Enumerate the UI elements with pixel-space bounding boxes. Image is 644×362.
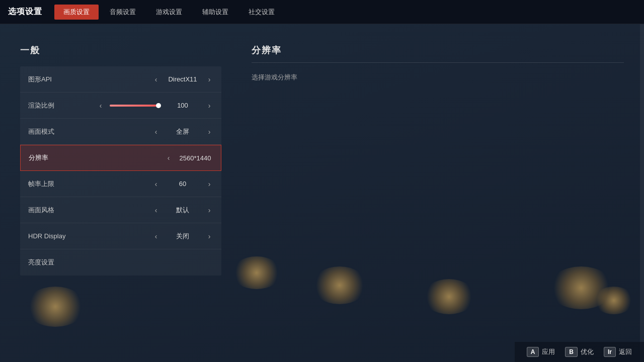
arrow-right-hdr[interactable]: ›	[205, 232, 213, 240]
right-section-title: 分辨率	[252, 44, 624, 63]
value-group-display-style: ‹ 默认 ›	[152, 206, 213, 215]
value-hdr: 关闭	[165, 232, 200, 241]
label-apply: 应用	[542, 347, 555, 356]
tab-graphics[interactable]: 画质设置	[54, 5, 99, 20]
topbar: 选项设置 画质设置 音频设置 游戏设置 辅助设置 社交设置	[0, 0, 644, 24]
value-resolution: 2560*1440	[178, 154, 213, 162]
tab-social[interactable]: 社交设置	[239, 5, 284, 20]
label-brightness: 亮度设置	[28, 258, 68, 267]
app-title: 选项设置	[8, 7, 42, 17]
right-panel: 分辨率 选择游戏分辨率	[252, 44, 624, 352]
value-display-mode: 全屏	[165, 127, 200, 136]
arrow-left-resolution[interactable]: ‹	[165, 154, 173, 162]
scrollbar[interactable]	[640, 24, 644, 362]
value-group-fps-cap: ‹ 60 ›	[152, 180, 213, 188]
action-back[interactable]: Ir 返回	[604, 347, 632, 357]
arrow-left-hdr[interactable]: ‹	[152, 232, 160, 240]
row-render-scale[interactable]: 渲染比例 ‹ 100 ›	[20, 93, 221, 119]
key-a: A	[527, 347, 539, 357]
row-hdr[interactable]: HDR Display ‹ 关闭 ›	[20, 223, 221, 249]
settings-list: 图形API ‹ DirectX11 › 渲染比例 ‹ 100 ›	[20, 66, 221, 276]
label-render-scale: 渲染比例	[28, 101, 68, 110]
right-description: 选择游戏分辨率	[252, 73, 624, 82]
arrow-right-render-scale[interactable]: ›	[205, 102, 213, 110]
value-group-graphics-api: ‹ DirectX11 ›	[152, 75, 213, 83]
arrow-right-display-style[interactable]: ›	[205, 206, 213, 214]
slider-track-render-scale[interactable]	[110, 105, 160, 107]
value-group-display-mode: ‹ 全屏 ›	[152, 127, 213, 136]
left-panel: 一般 图形API ‹ DirectX11 › 渲染比例 ‹	[20, 44, 221, 352]
tab-assist[interactable]: 辅助设置	[193, 5, 237, 20]
value-group-resolution: ‹ 2560*1440	[165, 154, 213, 162]
arrow-left-display-mode[interactable]: ‹	[152, 128, 160, 136]
key-b: B	[565, 347, 578, 357]
label-back: 返回	[619, 347, 632, 356]
row-brightness[interactable]: 亮度设置	[20, 249, 221, 276]
tab-audio[interactable]: 音频设置	[101, 5, 145, 20]
value-graphics-api: DirectX11	[165, 75, 200, 83]
row-resolution[interactable]: 分辨率 ‹ 2560*1440	[20, 145, 221, 171]
label-display-style: 画面风格	[28, 206, 68, 215]
label-graphics-api: 图形API	[28, 75, 68, 84]
value-render-scale: 100	[165, 102, 200, 109]
arrow-left-display-style[interactable]: ‹	[152, 206, 160, 214]
slider-fill-render-scale	[110, 105, 160, 107]
value-fps-cap: 60	[165, 180, 200, 188]
tab-game[interactable]: 游戏设置	[147, 5, 191, 20]
key-ir: Ir	[604, 347, 616, 357]
label-resolution: 分辨率	[29, 153, 69, 162]
label-display-mode: 画面模式	[28, 127, 68, 136]
value-group-render-scale: ‹ 100 ›	[68, 102, 213, 110]
arrow-left-render-scale[interactable]: ‹	[97, 102, 105, 110]
bottom-bar: A 应用 B 优化 Ir 返回	[515, 342, 644, 362]
row-display-mode[interactable]: 画面模式 ‹ 全屏 ›	[20, 119, 221, 145]
arrow-right-fps-cap[interactable]: ›	[205, 180, 213, 188]
arrow-right-graphics-api[interactable]: ›	[205, 75, 213, 83]
value-display-style: 默认	[165, 206, 200, 215]
row-fps-cap[interactable]: 帧率上限 ‹ 60 ›	[20, 171, 221, 197]
arrow-left-graphics-api[interactable]: ‹	[152, 75, 160, 83]
row-display-style[interactable]: 画面风格 ‹ 默认 ›	[20, 197, 221, 223]
left-section-title: 一般	[20, 44, 221, 56]
row-graphics-api[interactable]: 图形API ‹ DirectX11 ›	[20, 66, 221, 93]
action-apply[interactable]: A 应用	[527, 347, 555, 357]
label-hdr: HDR Display	[28, 232, 68, 240]
arrow-right-display-mode[interactable]: ›	[205, 128, 213, 136]
label-fps-cap: 帧率上限	[28, 179, 68, 189]
value-group-hdr: ‹ 关闭 ›	[152, 232, 213, 241]
slider-thumb-render-scale[interactable]	[156, 103, 161, 108]
main-content: 一般 图形API ‹ DirectX11 › 渲染比例 ‹	[0, 24, 644, 362]
action-optimize[interactable]: B 优化	[565, 347, 594, 357]
arrow-left-fps-cap[interactable]: ‹	[152, 180, 160, 188]
label-optimize: 优化	[581, 347, 594, 356]
